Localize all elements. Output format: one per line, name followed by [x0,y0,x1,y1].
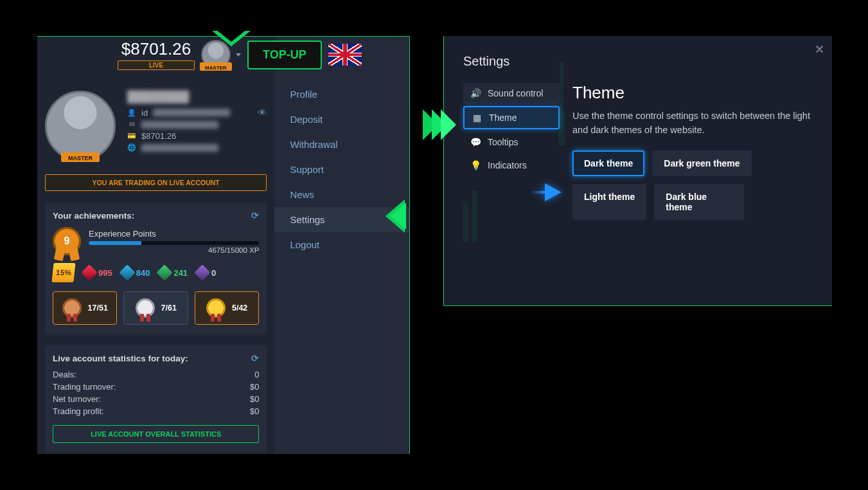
theme-description: Use the theme control settings to switch… [572,109,813,138]
settings-main: Theme Use the theme control settings to … [572,83,813,220]
user-icon: 👤 [127,109,136,117]
language-flag-uk[interactable] [328,44,362,66]
volume-icon: 🔊 [470,88,481,98]
settings-nav-tooltips[interactable]: 💬 Tooltips [463,132,560,152]
settings-panel: ✕ Settings 🔊 Sound control ▦ Theme 💬 Too… [443,36,832,306]
menu-logout[interactable]: Logout [274,232,409,257]
profile-column: MASTER ████████ 👤 id 👁 ✉ 💳 $8701.26 [37,37,274,454]
medal-row: 17/51 7/61 5/42 [53,291,259,325]
theme-options: Dark theme Dark green theme Light theme … [572,150,813,220]
tooltip-icon: 💬 [470,137,481,147]
theme-option-dark[interactable]: Dark theme [572,150,644,176]
xp-label: Experience Points [89,229,259,239]
gem-red-icon [81,264,97,280]
refresh-icon[interactable]: ⟳ [251,210,259,221]
medal-bronze[interactable]: 17/51 [53,291,117,325]
xp-text: 4675/15000 XP [89,246,259,254]
settings-nav-indicators[interactable]: 💡 Indicators [463,155,560,176]
menu-withdrawal[interactable]: Withdrawal [274,132,409,157]
gem-blue[interactable]: 840 [121,267,150,278]
id-prefix: id [141,108,148,118]
profile-region-row: 🌐 [127,143,267,152]
stats-row: Trading turnover:$0 [53,381,259,393]
xp-bar [89,241,259,245]
settings-title: Settings [463,54,813,69]
theme-title: Theme [572,83,813,103]
gem-purple-icon [194,264,210,280]
stats-header: Live account statistics for today: [53,354,188,363]
profile-id-blurred [153,109,230,116]
gem-red[interactable]: 995 [84,267,112,278]
gem-green-icon [157,264,173,280]
grid-icon: ▦ [471,113,483,123]
stats-row: Trading profit:$0 [53,405,259,417]
gem-row: 15% 995 840 241 0 [53,263,259,282]
balance-box[interactable]: $8701.26 LIVE [118,39,195,70]
profile-balance: $8701.26 [141,131,176,141]
stats-row: Deals:0 [53,368,259,381]
profile-avatar[interactable]: MASTER [45,91,116,161]
menu-profile[interactable]: Profile [274,82,409,107]
live-badge: LIVE [118,60,195,70]
profile-balance-row: 💳 $8701.26 [127,131,267,141]
profile-panel: MASTER ████████ 👤 id 👁 ✉ 💳 $8701.26 [37,36,410,454]
bulb-icon: 💡 [470,160,481,170]
profile-menu: Profile Deposit Withdrawal Support News … [274,37,409,454]
gem-blue-icon [119,264,135,280]
level-badge: 9 [53,227,81,255]
medal-silver-icon [136,298,155,318]
close-icon[interactable]: ✕ [815,42,824,57]
pointer-left-icon [385,199,405,235]
stats-card: Live account statistics for today: ⟳ Dea… [45,345,267,452]
achievements-header: Your achievements: [53,211,134,221]
profile-region-blurred [141,144,218,152]
profile-details: ████████ 👤 id 👁 ✉ 💳 $8701.26 🌐 [127,91,267,161]
level-number: 9 [64,235,70,247]
profile-email-row: ✉ [127,120,267,129]
globe-icon: 🌐 [127,143,136,152]
profile-email-blurred [141,121,218,129]
settings-nav-theme[interactable]: ▦ Theme [463,106,560,129]
medal-bronze-icon [62,298,82,318]
discount-badge: 15% [51,263,75,282]
refresh-icon[interactable]: ⟳ [251,353,259,363]
medal-gold-icon [206,298,226,318]
achievements-card: Your achievements: ⟳ 9 Experience Points… [45,203,267,334]
profile-name-blurred: ████████ [127,91,267,104]
stats-list: Deals:0 Trading turnover:$0 Net turnover… [53,368,259,417]
stats-row: Net turnover:$0 [53,393,259,405]
settings-nav-sound[interactable]: 🔊 Sound control [463,83,560,104]
gem-green[interactable]: 241 [159,267,188,278]
mail-icon: ✉ [127,120,136,129]
card-icon: 💳 [127,132,136,140]
avatar-badge-label: MASTER [205,65,227,71]
pointer-down-icon [212,31,251,46]
menu-support[interactable]: Support [274,157,409,182]
theme-option-light[interactable]: Light theme [572,184,646,220]
eye-icon[interactable]: 👁 [258,107,267,118]
overall-stats-button[interactable]: LIVE ACCOUNT OVERALL STATISTICS [53,425,259,443]
balance-amount: $8701.26 [118,39,195,59]
gem-purple[interactable]: 0 [197,267,216,278]
profile-info: MASTER ████████ 👤 id 👁 ✉ 💳 $8701.26 [45,91,267,161]
theme-option-dark-green[interactable]: Dark green theme [652,150,751,176]
topup-button[interactable]: TOP-UP [247,41,322,69]
live-account-strip: YOU ARE TRADING ON LIVE ACCOUNT [45,174,267,191]
profile-avatar-badge: MASTER [68,155,93,161]
menu-deposit[interactable]: Deposit [274,107,409,132]
pointer-blue-icon [545,183,562,201]
chevron-down-icon[interactable] [236,53,241,57]
medal-silver[interactable]: 7/61 [123,291,188,325]
medal-gold[interactable]: 5/42 [195,291,259,325]
theme-option-dark-blue[interactable]: Dark blue theme [654,184,744,220]
profile-id-row: 👤 id 👁 [127,107,267,118]
